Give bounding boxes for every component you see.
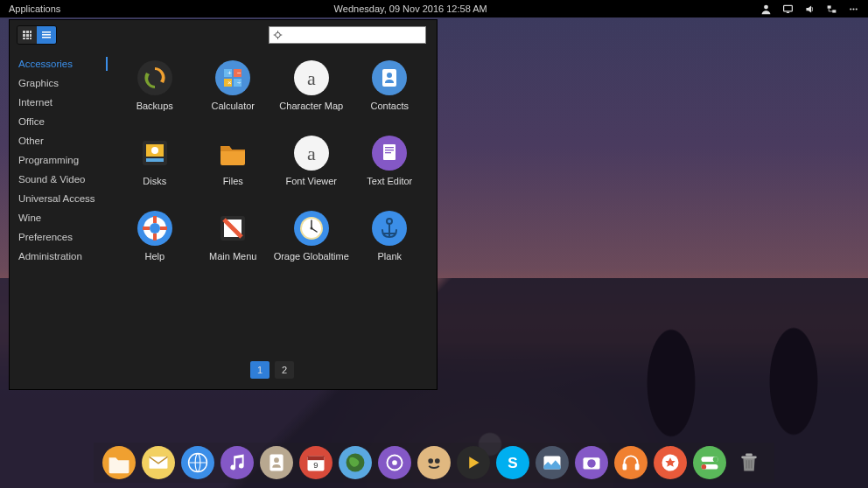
mainmenu-icon bbox=[215, 211, 250, 246]
svg-rect-86 bbox=[746, 454, 752, 457]
search-box[interactable] bbox=[269, 26, 426, 44]
dock-photos[interactable] bbox=[536, 446, 569, 479]
dock-camera[interactable] bbox=[575, 446, 608, 479]
svg-rect-12 bbox=[30, 31, 32, 33]
dock-contacts[interactable] bbox=[260, 446, 293, 479]
fontviewer-icon: a bbox=[294, 136, 329, 171]
search-input[interactable] bbox=[286, 30, 422, 40]
app-charmap[interactable]: aCharacter Map bbox=[273, 60, 350, 111]
svg-rect-19 bbox=[42, 37, 51, 38]
svg-point-6 bbox=[852, 8, 854, 10]
app-label: Orage Globaltime bbox=[274, 251, 349, 261]
more-icon[interactable] bbox=[848, 3, 859, 15]
texteditor-icon bbox=[372, 136, 407, 171]
svg-rect-11 bbox=[26, 34, 29, 37]
contacts-icon bbox=[372, 60, 407, 95]
dock-earth[interactable] bbox=[339, 446, 372, 479]
disks-icon bbox=[137, 136, 172, 171]
svg-rect-39 bbox=[146, 158, 164, 162]
svg-rect-52 bbox=[143, 227, 150, 230]
dock-video[interactable] bbox=[457, 446, 490, 479]
user-icon[interactable] bbox=[760, 3, 772, 15]
app-backups[interactable]: Backups bbox=[116, 60, 193, 111]
dock-web[interactable] bbox=[181, 446, 214, 479]
dock-calendar[interactable]: 9 bbox=[299, 446, 332, 479]
app-label: Backups bbox=[136, 101, 173, 111]
svg-point-49 bbox=[150, 223, 160, 234]
app-calculator[interactable]: +−×÷Calculator bbox=[195, 60, 272, 111]
headphones-icon bbox=[614, 446, 648, 479]
dock-trash[interactable] bbox=[732, 446, 766, 479]
svg-point-22 bbox=[215, 60, 250, 95]
clock-icon bbox=[294, 211, 329, 246]
music-icon bbox=[220, 446, 254, 479]
svg-rect-15 bbox=[26, 38, 29, 39]
category-office[interactable]: Office bbox=[10, 113, 106, 130]
dock-games[interactable] bbox=[417, 446, 451, 479]
svg-rect-79 bbox=[635, 464, 640, 471]
svg-rect-50 bbox=[153, 216, 157, 223]
page-2-button[interactable]: 2 bbox=[275, 361, 294, 379]
software-icon bbox=[654, 446, 687, 479]
network-icon[interactable] bbox=[826, 3, 837, 15]
volume-icon[interactable] bbox=[804, 3, 816, 15]
applications-menu-button[interactable]: Applications bbox=[9, 3, 60, 14]
calendar-icon: 9 bbox=[299, 446, 332, 479]
page-1-button[interactable]: 1 bbox=[250, 361, 270, 379]
photos-icon bbox=[536, 446, 569, 479]
category-administration[interactable]: Administration bbox=[10, 247, 106, 265]
svg-rect-78 bbox=[623, 464, 627, 471]
help-icon bbox=[137, 211, 172, 246]
display-icon[interactable] bbox=[782, 3, 794, 15]
svg-text:S: S bbox=[508, 455, 517, 471]
app-mainmenu[interactable]: Main Menu bbox=[195, 211, 272, 261]
app-disks[interactable]: Disks bbox=[116, 136, 193, 186]
svg-rect-53 bbox=[160, 227, 167, 230]
dock-audio[interactable] bbox=[614, 446, 648, 479]
app-help[interactable]: Help bbox=[116, 211, 193, 261]
category-list: AccessoriesGraphicsInternetOfficeOtherPr… bbox=[10, 50, 108, 389]
category-internet[interactable]: Internet bbox=[10, 94, 106, 111]
app-contacts[interactable]: Contacts bbox=[352, 60, 429, 111]
svg-rect-10 bbox=[23, 34, 25, 37]
earth-icon bbox=[339, 446, 372, 479]
clock-label[interactable]: Wednesday, 09 Nov 2016 12:58 AM bbox=[334, 3, 487, 14]
contacts-icon bbox=[260, 446, 293, 479]
dock-music[interactable] bbox=[220, 446, 254, 479]
category-preferences[interactable]: Preferences bbox=[10, 228, 106, 246]
calculator-icon: +−×÷ bbox=[215, 60, 250, 95]
app-plank[interactable]: Plank bbox=[352, 211, 429, 261]
svg-rect-14 bbox=[23, 38, 25, 39]
app-orage[interactable]: Orage Globaltime bbox=[273, 211, 350, 261]
category-other[interactable]: Other bbox=[10, 132, 106, 150]
list-view-button[interactable] bbox=[37, 26, 56, 44]
svg-point-21 bbox=[137, 60, 172, 95]
dock-software[interactable] bbox=[654, 446, 687, 479]
app-fontviewer[interactable]: aFont Viewer bbox=[273, 136, 350, 186]
app-grid: Backups+−×÷CalculatoraCharacter MapConta… bbox=[116, 60, 428, 351]
trash-icon bbox=[732, 446, 766, 479]
dock-mail[interactable] bbox=[142, 446, 175, 479]
skype-icon: S bbox=[496, 446, 529, 479]
dock-files[interactable] bbox=[102, 446, 136, 479]
category-sound-video[interactable]: Sound & Video bbox=[10, 171, 106, 188]
dock-system[interactable] bbox=[378, 446, 411, 479]
svg-point-71 bbox=[392, 460, 397, 465]
category-programming[interactable]: Programming bbox=[10, 151, 106, 169]
system-icon bbox=[378, 446, 411, 479]
svg-rect-44 bbox=[385, 147, 394, 148]
svg-text:9: 9 bbox=[313, 460, 318, 470]
svg-point-20 bbox=[276, 32, 280, 37]
category-wine[interactable]: Wine bbox=[10, 209, 106, 227]
dock-settings[interactable] bbox=[693, 446, 726, 479]
svg-rect-9 bbox=[26, 31, 29, 33]
grid-view-button[interactable] bbox=[18, 26, 37, 44]
app-texteditor[interactable]: Text Editor bbox=[352, 136, 429, 186]
category-accessories[interactable]: Accessories bbox=[10, 55, 106, 73]
category-graphics[interactable]: Graphics bbox=[10, 74, 106, 92]
svg-rect-17 bbox=[42, 31, 51, 33]
dock-skype[interactable]: S bbox=[496, 446, 529, 479]
svg-text:+: + bbox=[228, 69, 232, 77]
category-universal-access[interactable]: Universal Access bbox=[10, 190, 106, 207]
app-files[interactable]: Files bbox=[195, 136, 272, 186]
